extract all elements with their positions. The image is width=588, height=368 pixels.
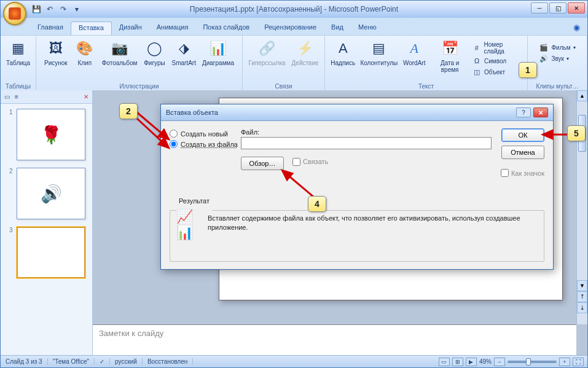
window-title: Презентация1.pptx [Автосохраненный] - Mi… [190,5,398,14]
tab-slides-icon[interactable]: ▭ [4,93,10,100]
group-links: 🔗Гиперссылка ⚡Действие Связи [243,36,325,91]
dialog-body: Создать новый Создать из файла Файл: Обз… [161,121,553,269]
l: SmartArt [172,60,196,66]
app-window: 💾 ↶ ↷ ▾ Презентация1.pptx [Автосохраненн… [0,0,588,368]
link-checkbox-input[interactable] [292,158,300,166]
as-icon-checkbox[interactable]: Как значок [501,169,544,177]
callout-5: 5 [567,125,586,141]
scroll-up-icon[interactable]: ▲ [577,90,587,101]
result-legend: Результат [176,197,212,205]
tab-design[interactable]: Дизайн [112,22,149,35]
group-illustrations: 🖼Рисунок 🎨Клип 📷Фотоальбом ◯Фигуры ⬗Smar… [36,36,243,91]
group-media-label: Клипы мульт… [528,83,587,90]
radio-create-from-file-label: Создать из файла [181,141,238,148]
zoom-out-icon[interactable]: − [494,358,505,366]
group-text-label: Текст [325,83,527,90]
thumb-num: 3 [9,227,14,278]
qat-save-icon[interactable]: 💾 [30,3,42,15]
thumb-num: 2 [9,168,14,219]
qat-undo-icon[interactable]: ↶ [44,3,56,15]
l: Номер слайда [484,41,523,55]
file-path-input[interactable] [241,137,492,149]
result-text: Вставляет содержимое файла как объект, ч… [208,214,538,236]
l: Диаграмма [202,60,234,66]
l: Гиперссылка [248,60,285,66]
thumb-3-preview [17,227,85,278]
dialog-help-icon[interactable]: ? [516,108,531,117]
zoom-in-icon[interactable]: + [559,358,570,366]
sound-icon: 🔊 [539,53,549,63]
result-box: Результат 📈📊 Вставляет содержимое файла … [170,206,544,262]
group-links-label: Связи [243,83,324,90]
tab-home[interactable]: Главная [30,22,71,35]
scroll-down-icon[interactable]: ▼ [577,280,587,291]
slide-panel: ▭ ≡ ✕ 1 🌹 2 🔊 3 [1,90,93,355]
minimize-button[interactable]: ─ [531,2,548,14]
clipart-icon: 🎨 [75,39,95,58]
cmd-symbol[interactable]: ΩСимвол [472,56,523,66]
l: Колонтитулы [360,60,398,66]
prev-slide-icon[interactable]: ⤒ [577,291,587,302]
l: Фильм [551,44,570,51]
radio-create-from-file[interactable]: Создать из файла [170,140,238,148]
zoom-value[interactable]: 49% [479,358,492,365]
office-button[interactable] [3,2,26,25]
datetime-icon: 📅 [440,39,460,58]
movie-icon: 🎬 [539,42,549,52]
tab-review[interactable]: Рецензирование [257,22,324,35]
group-text: AНадпись ▤Колонтитулы AWordArt 📅Дата и в… [325,36,528,91]
next-slide-icon[interactable]: ⤓ [577,302,587,313]
tab-view[interactable]: Вид [324,22,351,35]
cmd-slidenumber[interactable]: #Номер слайда [472,41,523,55]
as-icon-checkbox-label: Как значок [511,170,544,177]
thumb-2[interactable]: 2 🔊 [9,168,87,219]
insert-object-dialog: Вставка объекта ? ✕ Создать новый Создат… [160,104,554,270]
dialog-close-icon[interactable]: ✕ [533,108,548,117]
callout-1: 1 [519,62,537,78]
maximize-button[interactable]: ◱ [549,2,566,14]
l: Клип [77,60,92,66]
thumb-1[interactable]: 1 🌹 [9,109,87,160]
ok-button[interactable]: ОК [501,128,544,142]
status-spellcheck-icon[interactable]: ✓ [95,358,110,365]
thumb-2-preview: 🔊 [17,168,85,219]
object-icon: ◫ [472,67,482,77]
cancel-button[interactable]: Отмена [501,146,544,159]
notes-pane[interactable]: Заметки к слайду [93,324,576,355]
dialog-titlebar[interactable]: Вставка объекта ? ✕ [161,104,553,121]
headerfooter-icon: ▤ [369,39,389,58]
link-checkbox[interactable]: Связать [292,158,328,166]
tab-animation[interactable]: Анимация [149,22,196,35]
hyperlink-icon: 🔗 [257,39,277,58]
view-show-icon[interactable]: ▶ [466,358,477,366]
as-icon-checkbox-input[interactable] [501,169,509,177]
view-sorter-icon[interactable]: ⊞ [452,358,463,366]
view-normal-icon[interactable]: ▭ [439,358,450,366]
l: Фигуры [144,60,165,66]
cmd-object[interactable]: ◫Объект [472,67,523,77]
tab-outline-icon[interactable]: ≡ [15,93,18,100]
tab-insert[interactable]: Вставка [71,22,112,35]
callout-2: 2 [119,103,138,119]
cmd-movie[interactable]: 🎬Фильм ▾ [539,42,575,52]
group-illustrations-label: Иллюстрации [36,83,242,90]
group-tables: ▦ Таблица Таблицы [1,36,36,91]
panel-close-icon[interactable]: ✕ [84,93,88,100]
help-icon[interactable]: ◉ [573,23,580,32]
titlebar: 💾 ↶ ↷ ▾ Презентация1.pptx [Автосохраненн… [1,1,587,18]
tab-menu[interactable]: Меню [351,22,384,35]
zoom-fit-icon[interactable]: ⛶ [573,358,584,366]
qat-more-icon[interactable]: ▾ [71,3,83,15]
close-button[interactable]: ✕ [568,2,585,14]
qat-redo-icon[interactable]: ↷ [57,3,69,15]
status-language[interactable]: русский [110,358,143,365]
tab-slideshow[interactable]: Показ слайдов [195,22,257,35]
status-theme: "Тема Office" [48,358,95,365]
zoom-slider[interactable] [508,361,557,363]
cmd-sound[interactable]: 🔊Звук ▾ [539,53,575,63]
zoom-handle[interactable] [526,358,531,366]
cmd-table-label: Таблица [6,60,30,66]
thumb-3[interactable]: 3 [9,227,87,278]
radio-create-new[interactable]: Создать новый [170,130,238,138]
quick-access-toolbar: 💾 ↶ ↷ ▾ [30,3,83,15]
